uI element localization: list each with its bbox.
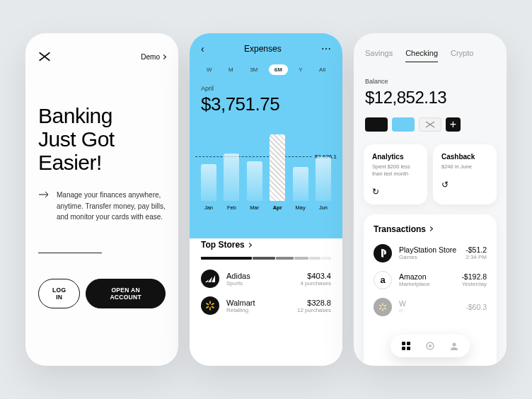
store-row[interactable]: AdidasSports $403.44 purchases bbox=[201, 270, 331, 288]
svg-rect-0 bbox=[402, 342, 405, 345]
add-card-button[interactable]: + bbox=[446, 117, 461, 132]
x-axis-labels: Jan Feb Mar Apr May Jun bbox=[201, 204, 331, 211]
logo-icon bbox=[424, 120, 436, 129]
arrow-right-icon bbox=[38, 191, 50, 198]
playstation-icon bbox=[374, 244, 392, 262]
bar-chart: $2,626.1 Jan Feb Mar Apr May Jun bbox=[195, 122, 337, 211]
bar-feb[interactable] bbox=[224, 154, 239, 201]
walmart-icon bbox=[201, 296, 219, 315]
store-row[interactable]: WalmartRetailing $328.812 purchases bbox=[201, 296, 331, 315]
login-button[interactable]: LOG IN bbox=[38, 279, 80, 308]
balance-value: $12,852.13 bbox=[364, 88, 497, 108]
more-button[interactable]: ⋯ bbox=[321, 43, 331, 54]
dock-circle-icon[interactable] bbox=[424, 340, 436, 352]
xlabel: Feb bbox=[224, 204, 239, 211]
range-m[interactable]: M bbox=[223, 64, 239, 75]
xlabel: Jun bbox=[316, 204, 331, 211]
hero-subtitle: Manage your finances anywhere, anytime. … bbox=[38, 190, 166, 223]
analytics-card[interactable]: Analytics Spent $200 less than last mont… bbox=[364, 144, 427, 204]
range-all[interactable]: All bbox=[313, 64, 331, 75]
distribution-bar bbox=[201, 257, 331, 260]
svg-point-6 bbox=[453, 343, 456, 347]
txn-amount: -$192.8 bbox=[461, 272, 487, 281]
svg-rect-3 bbox=[407, 347, 410, 350]
demo-label: Demo bbox=[141, 53, 160, 61]
txn-name: W bbox=[399, 299, 458, 308]
expenses-screen: ‹ Expenses ⋯ W M 3M 6M Y All April $3,75… bbox=[190, 33, 342, 366]
mini-cards: Analytics Spent $200 less than last mont… bbox=[364, 144, 497, 204]
analytics-title: Analytics bbox=[372, 153, 419, 161]
card-3[interactable] bbox=[419, 117, 441, 132]
store-count: 4 purchases bbox=[300, 280, 331, 287]
tab-savings[interactable]: Savings bbox=[365, 49, 393, 62]
txn-category: R bbox=[399, 308, 458, 314]
store-name: Adidas bbox=[226, 272, 293, 280]
chevron-right-icon bbox=[161, 54, 166, 59]
range-3m[interactable]: 3M bbox=[244, 64, 263, 75]
hero-title: Banking Just Got Easier! bbox=[38, 104, 166, 174]
account-screen: Savings Checking Crypto Balance $12,852.… bbox=[354, 33, 507, 366]
xlabel: Apr bbox=[270, 204, 285, 211]
svg-point-5 bbox=[429, 345, 432, 347]
back-button[interactable]: ‹ bbox=[201, 43, 204, 54]
txn-time: 2:34 PM bbox=[466, 254, 487, 260]
chevron-right-icon bbox=[428, 226, 433, 231]
txn-name: Amazon bbox=[399, 272, 454, 281]
dock-home-icon[interactable] bbox=[400, 340, 412, 352]
analytics-sub: Spent $200 less than last month bbox=[372, 163, 419, 178]
store-name: Walmart bbox=[226, 299, 290, 307]
store-count: 12 purchases bbox=[297, 307, 331, 313]
store-category: Retailing bbox=[226, 307, 290, 313]
divider bbox=[38, 253, 102, 253]
bar-mar[interactable] bbox=[247, 161, 262, 201]
range-tabs: W M 3M 6M Y All bbox=[190, 64, 342, 75]
store-amount: $403.4 bbox=[300, 272, 331, 280]
txn-category: Marketplace bbox=[399, 281, 454, 287]
transaction-row[interactable]: PlayStation StoreGames -$51.22:34 PM bbox=[374, 244, 487, 262]
xlabel: Jan bbox=[201, 204, 216, 211]
page-title: Expenses bbox=[244, 44, 282, 54]
card-2[interactable] bbox=[392, 117, 415, 132]
tab-crypto[interactable]: Crypto bbox=[451, 49, 473, 62]
top-stores-title[interactable]: Top Stores bbox=[201, 240, 331, 250]
cashback-sub: $246 in June bbox=[441, 163, 488, 170]
cashback-title: Cashback bbox=[441, 153, 488, 161]
header: Demo bbox=[38, 50, 166, 63]
txn-time: Yesterday bbox=[461, 281, 487, 287]
range-y[interactable]: Y bbox=[293, 64, 308, 75]
store-amount: $328.8 bbox=[297, 299, 331, 307]
bar-apr[interactable] bbox=[270, 134, 285, 201]
range-w[interactable]: W bbox=[201, 64, 218, 75]
amazon-icon: a bbox=[374, 271, 392, 289]
app-logo bbox=[38, 50, 51, 63]
onboarding-screen: Demo Banking Just Got Easier! Manage you… bbox=[25, 33, 178, 366]
cards-row: + bbox=[364, 117, 497, 132]
subtitle-text: Manage your finances anywhere, anytime. … bbox=[57, 190, 166, 223]
bar-may[interactable] bbox=[293, 167, 308, 201]
amount-value: $3,751.75 bbox=[190, 93, 342, 115]
bar-jun[interactable] bbox=[316, 157, 331, 201]
month-label: April bbox=[190, 85, 342, 92]
header: ‹ Expenses ⋯ bbox=[190, 43, 342, 54]
bars-row bbox=[201, 134, 331, 201]
range-6m[interactable]: 6M bbox=[269, 64, 288, 75]
cashback-card[interactable]: Cashback $246 in June ↺ bbox=[433, 144, 497, 204]
bar-jan[interactable] bbox=[201, 164, 216, 201]
demo-link[interactable]: Demo bbox=[141, 53, 166, 61]
tab-checking[interactable]: Checking bbox=[405, 49, 438, 62]
transactions-title[interactable]: Transactions bbox=[374, 224, 487, 234]
xlabel: May bbox=[293, 204, 308, 211]
refresh-icon: ↺ bbox=[441, 180, 449, 190]
account-tabs: Savings Checking Crypto bbox=[364, 49, 497, 62]
transaction-row[interactable]: a AmazonMarketplace -$192.8Yesterday bbox=[374, 271, 487, 289]
xlabel: Mar bbox=[247, 204, 262, 211]
refresh-icon: ↻ bbox=[372, 187, 379, 197]
card-1[interactable] bbox=[365, 117, 388, 132]
open-account-button[interactable]: OPEN AN ACCOUNT bbox=[86, 279, 166, 308]
top-stores-sheet: Top Stores AdidasSports $403.44 purchase… bbox=[190, 229, 342, 366]
transaction-row[interactable]: WR -$60.3 bbox=[374, 298, 487, 316]
txn-name: PlayStation Store bbox=[399, 245, 458, 254]
dock-profile-icon[interactable] bbox=[449, 340, 460, 352]
walmart-icon bbox=[374, 298, 392, 316]
adidas-icon bbox=[201, 270, 219, 288]
